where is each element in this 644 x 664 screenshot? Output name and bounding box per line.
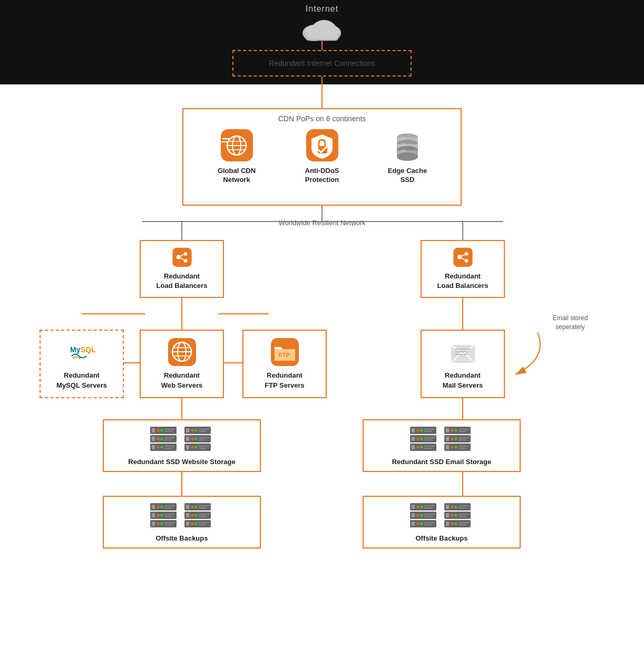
svg-point-137 bbox=[455, 438, 457, 440]
svg-point-42 bbox=[401, 137, 406, 140]
svg-point-112 bbox=[417, 429, 419, 432]
offsite-email-label: Offsite Backups bbox=[416, 534, 468, 542]
svg-rect-109 bbox=[199, 448, 207, 449]
svg-rect-45 bbox=[172, 248, 191, 267]
cdn-icons-row: Global CDNNetwork bbox=[183, 128, 461, 185]
svg-point-47 bbox=[183, 252, 187, 256]
server-stack-offsite-web-icon bbox=[148, 502, 216, 530]
web-icon bbox=[168, 338, 197, 367]
svg-rect-114 bbox=[424, 429, 435, 430]
svg-point-149 bbox=[161, 506, 163, 508]
server-stack-web-icon bbox=[148, 426, 216, 454]
svg-rect-162 bbox=[164, 522, 175, 523]
svg-rect-103 bbox=[199, 439, 207, 440]
svg-rect-81 bbox=[152, 437, 155, 441]
svg-rect-97 bbox=[199, 431, 207, 432]
cdn-item-global: Global CDNNetwork bbox=[202, 128, 271, 185]
server-stack-email-icon bbox=[407, 426, 476, 454]
svg-point-191 bbox=[421, 514, 423, 517]
svg-point-148 bbox=[157, 506, 160, 508]
mail-label: RedundantMail Servers bbox=[443, 371, 483, 390]
svg-point-124 bbox=[417, 446, 419, 449]
svg-point-125 bbox=[421, 446, 423, 449]
svg-rect-157 bbox=[164, 516, 172, 517]
lb-left-label: RedundantLoad Balancers bbox=[157, 272, 208, 291]
svg-point-179 bbox=[195, 523, 198, 525]
svg-rect-108 bbox=[199, 446, 209, 447]
email-note: Email storedseperately bbox=[547, 314, 594, 332]
ric-label: Redundant Internet Connections bbox=[269, 59, 375, 68]
svg-point-46 bbox=[176, 255, 180, 259]
svg-point-41 bbox=[397, 152, 418, 161]
svg-point-43 bbox=[401, 143, 406, 146]
svg-rect-195 bbox=[412, 522, 415, 526]
globe-speed-icon bbox=[220, 128, 254, 162]
svg-rect-91 bbox=[164, 448, 172, 449]
svg-rect-135 bbox=[446, 437, 449, 441]
svg-rect-216 bbox=[458, 522, 469, 523]
ssd-email-label: Redundant SSD Email Storage bbox=[392, 458, 492, 466]
svg-rect-159 bbox=[152, 522, 155, 526]
svg-text:SQL: SQL bbox=[81, 345, 96, 354]
offsite-web-box: Offsite Backups bbox=[103, 496, 261, 548]
svg-rect-133 bbox=[458, 431, 466, 432]
svg-rect-24 bbox=[307, 32, 338, 39]
svg-point-173 bbox=[195, 514, 198, 517]
svg-point-52 bbox=[457, 255, 461, 259]
svg-rect-205 bbox=[458, 507, 466, 508]
svg-rect-84 bbox=[164, 437, 175, 438]
svg-point-44 bbox=[401, 150, 406, 152]
lb-right-icon bbox=[448, 247, 477, 267]
svg-point-77 bbox=[161, 429, 163, 432]
svg-rect-183 bbox=[412, 505, 415, 509]
svg-point-142 bbox=[451, 446, 454, 449]
svg-rect-111 bbox=[412, 428, 415, 432]
mysql-label: RedundantMySQL Servers bbox=[56, 371, 107, 390]
ssd-web-label: Redundant SSD Website Storage bbox=[128, 458, 235, 466]
svg-point-143 bbox=[455, 446, 457, 449]
svg-point-83 bbox=[161, 438, 163, 440]
svg-rect-75 bbox=[152, 428, 155, 432]
svg-rect-193 bbox=[424, 516, 432, 517]
svg-point-100 bbox=[191, 438, 194, 440]
svg-rect-189 bbox=[412, 513, 415, 517]
svg-point-184 bbox=[417, 506, 419, 508]
mysql-box: My SQL RedundantMySQL Servers bbox=[40, 330, 124, 398]
svg-point-208 bbox=[451, 514, 454, 517]
svg-point-118 bbox=[417, 438, 419, 440]
svg-point-106 bbox=[191, 446, 194, 449]
svg-point-131 bbox=[455, 429, 457, 432]
svg-text:FTP: FTP bbox=[279, 352, 290, 358]
svg-rect-181 bbox=[199, 524, 207, 525]
cloud-icon bbox=[301, 15, 343, 41]
svg-point-185 bbox=[421, 506, 423, 508]
cdn-edge-label: Edge CacheSSD bbox=[388, 167, 427, 185]
ssd-email-box: Redundant SSD Email Storage bbox=[363, 419, 521, 472]
svg-point-76 bbox=[157, 429, 160, 432]
svg-rect-123 bbox=[412, 445, 415, 449]
ric-box: Redundant Internet Connections bbox=[232, 50, 412, 76]
svg-rect-126 bbox=[424, 446, 435, 447]
svg-rect-165 bbox=[186, 505, 189, 509]
svg-rect-175 bbox=[199, 516, 207, 517]
svg-point-203 bbox=[455, 506, 457, 508]
svg-point-82 bbox=[157, 438, 160, 440]
svg-rect-79 bbox=[164, 431, 172, 432]
svg-rect-198 bbox=[424, 522, 435, 523]
cdn-global-label: Global CDNNetwork bbox=[218, 167, 256, 185]
svg-rect-93 bbox=[186, 428, 189, 432]
svg-rect-211 bbox=[458, 516, 466, 517]
svg-point-172 bbox=[191, 514, 194, 517]
lb-left-icon bbox=[168, 247, 197, 267]
svg-rect-187 bbox=[424, 507, 432, 508]
svg-point-161 bbox=[161, 523, 163, 525]
svg-rect-105 bbox=[186, 445, 189, 449]
svg-point-94 bbox=[191, 429, 194, 432]
svg-point-130 bbox=[451, 429, 454, 432]
svg-rect-168 bbox=[199, 505, 209, 506]
email-note-text: Email storedseperately bbox=[553, 314, 588, 331]
svg-rect-186 bbox=[424, 505, 435, 506]
svg-rect-163 bbox=[164, 524, 172, 525]
svg-point-154 bbox=[157, 514, 160, 517]
svg-point-119 bbox=[421, 438, 423, 440]
